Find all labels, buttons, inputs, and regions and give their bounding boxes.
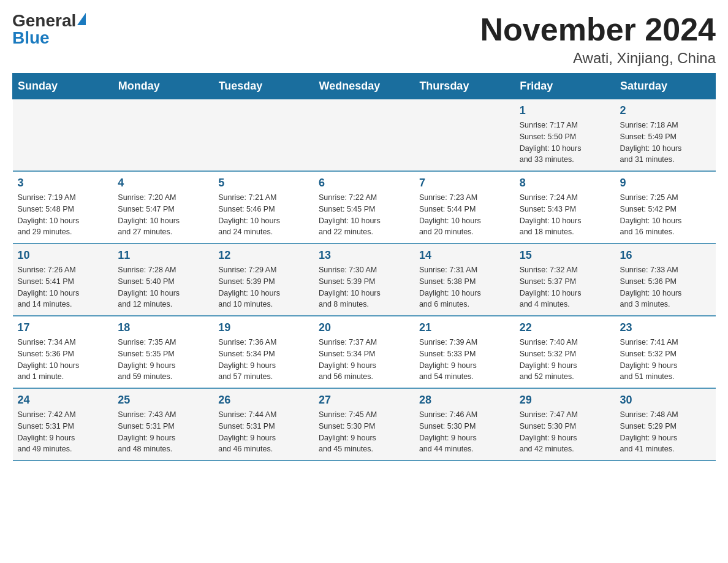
day-number: 30 <box>620 394 711 407</box>
calendar-cell-w5-d5: 28Sunrise: 7:46 AM Sunset: 5:30 PM Dayli… <box>414 388 515 461</box>
calendar-cell-w2-d7: 9Sunrise: 7:25 AM Sunset: 5:42 PM Daylig… <box>615 171 716 243</box>
day-number: 28 <box>419 394 510 407</box>
calendar-cell-w1-d4 <box>314 99 414 172</box>
calendar-cell-w2-d2: 4Sunrise: 7:20 AM Sunset: 5:47 PM Daylig… <box>113 171 213 243</box>
day-number: 12 <box>218 249 309 262</box>
day-number: 16 <box>620 249 711 262</box>
day-info: Sunrise: 7:48 AM Sunset: 5:29 PM Dayligh… <box>620 409 711 455</box>
calendar-cell-w3-d4: 13Sunrise: 7:30 AM Sunset: 5:39 PM Dayli… <box>314 243 414 316</box>
day-number: 17 <box>18 321 108 334</box>
day-info: Sunrise: 7:20 AM Sunset: 5:47 PM Dayligh… <box>118 192 208 238</box>
calendar-cell-w2-d4: 6Sunrise: 7:22 AM Sunset: 5:45 PM Daylig… <box>314 171 414 243</box>
calendar-cell-w1-d1 <box>13 99 113 172</box>
day-info: Sunrise: 7:28 AM Sunset: 5:40 PM Dayligh… <box>118 264 208 310</box>
calendar-cell-w4-d7: 23Sunrise: 7:41 AM Sunset: 5:32 PM Dayli… <box>615 316 716 388</box>
day-info: Sunrise: 7:37 AM Sunset: 5:34 PM Dayligh… <box>319 337 409 383</box>
day-info: Sunrise: 7:18 AM Sunset: 5:49 PM Dayligh… <box>620 120 711 166</box>
logo-general-text: General <box>12 12 86 29</box>
day-number: 13 <box>319 249 409 262</box>
day-info: Sunrise: 7:17 AM Sunset: 5:50 PM Dayligh… <box>520 120 610 166</box>
calendar-cell-w4-d3: 19Sunrise: 7:36 AM Sunset: 5:34 PM Dayli… <box>213 316 314 388</box>
calendar-cell-w5-d2: 25Sunrise: 7:43 AM Sunset: 5:31 PM Dayli… <box>113 388 213 461</box>
week-row-3: 10Sunrise: 7:26 AM Sunset: 5:41 PM Dayli… <box>13 243 716 316</box>
day-number: 3 <box>18 177 108 190</box>
day-info: Sunrise: 7:44 AM Sunset: 5:31 PM Dayligh… <box>218 409 309 455</box>
calendar-cell-w4-d2: 18Sunrise: 7:35 AM Sunset: 5:35 PM Dayli… <box>113 316 213 388</box>
day-info: Sunrise: 7:45 AM Sunset: 5:30 PM Dayligh… <box>319 409 409 455</box>
weekday-header-tuesday: Tuesday <box>213 74 314 99</box>
day-number: 9 <box>620 177 711 190</box>
calendar-cell-w4-d4: 20Sunrise: 7:37 AM Sunset: 5:34 PM Dayli… <box>314 316 414 388</box>
day-number: 15 <box>520 249 610 262</box>
day-info: Sunrise: 7:35 AM Sunset: 5:35 PM Dayligh… <box>118 337 208 383</box>
day-number: 25 <box>118 394 208 407</box>
calendar-cell-w3-d3: 12Sunrise: 7:29 AM Sunset: 5:39 PM Dayli… <box>213 243 314 316</box>
weekday-header-friday: Friday <box>515 74 615 99</box>
calendar-title: November 2024 <box>480 12 716 47</box>
calendar-cell-w5-d7: 30Sunrise: 7:48 AM Sunset: 5:29 PM Dayli… <box>615 388 716 461</box>
weekday-header-wednesday: Wednesday <box>314 74 414 99</box>
day-info: Sunrise: 7:43 AM Sunset: 5:31 PM Dayligh… <box>118 409 208 455</box>
day-info: Sunrise: 7:31 AM Sunset: 5:38 PM Dayligh… <box>419 264 510 310</box>
day-info: Sunrise: 7:21 AM Sunset: 5:46 PM Dayligh… <box>218 192 309 238</box>
logo: General Blue <box>12 12 86 47</box>
calendar-cell-w5-d4: 27Sunrise: 7:45 AM Sunset: 5:30 PM Dayli… <box>314 388 414 461</box>
calendar-subtitle: Awati, Xinjiang, China <box>480 50 716 67</box>
week-row-2: 3Sunrise: 7:19 AM Sunset: 5:48 PM Daylig… <box>13 171 716 243</box>
day-number: 7 <box>419 177 510 190</box>
calendar-cell-w3-d6: 15Sunrise: 7:32 AM Sunset: 5:37 PM Dayli… <box>515 243 615 316</box>
calendar-cell-w5-d3: 26Sunrise: 7:44 AM Sunset: 5:31 PM Dayli… <box>213 388 314 461</box>
day-number: 22 <box>520 321 610 334</box>
day-info: Sunrise: 7:47 AM Sunset: 5:30 PM Dayligh… <box>520 409 610 455</box>
general-label: General <box>12 11 76 30</box>
calendar-cell-w3-d2: 11Sunrise: 7:28 AM Sunset: 5:40 PM Dayli… <box>113 243 213 316</box>
day-info: Sunrise: 7:25 AM Sunset: 5:42 PM Dayligh… <box>620 192 711 238</box>
day-info: Sunrise: 7:41 AM Sunset: 5:32 PM Dayligh… <box>620 337 711 383</box>
calendar-cell-w3-d7: 16Sunrise: 7:33 AM Sunset: 5:36 PM Dayli… <box>615 243 716 316</box>
logo-triangle-icon <box>77 13 86 25</box>
weekday-header-saturday: Saturday <box>615 74 716 99</box>
day-info: Sunrise: 7:23 AM Sunset: 5:44 PM Dayligh… <box>419 192 510 238</box>
week-row-4: 17Sunrise: 7:34 AM Sunset: 5:36 PM Dayli… <box>13 316 716 388</box>
day-number: 4 <box>118 177 208 190</box>
week-row-5: 24Sunrise: 7:42 AM Sunset: 5:31 PM Dayli… <box>13 388 716 461</box>
day-number: 8 <box>520 177 610 190</box>
calendar-cell-w5-d6: 29Sunrise: 7:47 AM Sunset: 5:30 PM Dayli… <box>515 388 615 461</box>
day-number: 23 <box>620 321 711 334</box>
weekday-header-row: SundayMondayTuesdayWednesdayThursdayFrid… <box>13 74 716 99</box>
day-number: 6 <box>319 177 409 190</box>
day-info: Sunrise: 7:46 AM Sunset: 5:30 PM Dayligh… <box>419 409 510 455</box>
day-info: Sunrise: 7:30 AM Sunset: 5:39 PM Dayligh… <box>319 264 409 310</box>
day-info: Sunrise: 7:34 AM Sunset: 5:36 PM Dayligh… <box>18 337 108 383</box>
calendar-cell-w2-d6: 8Sunrise: 7:24 AM Sunset: 5:43 PM Daylig… <box>515 171 615 243</box>
calendar-cell-w1-d3 <box>213 99 314 172</box>
calendar-cell-w2-d1: 3Sunrise: 7:19 AM Sunset: 5:48 PM Daylig… <box>13 171 113 243</box>
weekday-header-sunday: Sunday <box>13 74 113 99</box>
day-number: 26 <box>218 394 309 407</box>
week-row-1: 1Sunrise: 7:17 AM Sunset: 5:50 PM Daylig… <box>13 99 716 172</box>
day-number: 18 <box>118 321 208 334</box>
day-info: Sunrise: 7:42 AM Sunset: 5:31 PM Dayligh… <box>18 409 108 455</box>
day-info: Sunrise: 7:36 AM Sunset: 5:34 PM Dayligh… <box>218 337 309 383</box>
day-info: Sunrise: 7:24 AM Sunset: 5:43 PM Dayligh… <box>520 192 610 238</box>
day-number: 5 <box>218 177 309 190</box>
calendar-cell-w1-d6: 1Sunrise: 7:17 AM Sunset: 5:50 PM Daylig… <box>515 99 615 172</box>
day-info: Sunrise: 7:40 AM Sunset: 5:32 PM Dayligh… <box>520 337 610 383</box>
calendar-cell-w1-d2 <box>113 99 213 172</box>
calendar-cell-w3-d1: 10Sunrise: 7:26 AM Sunset: 5:41 PM Dayli… <box>13 243 113 316</box>
calendar-cell-w2-d5: 7Sunrise: 7:23 AM Sunset: 5:44 PM Daylig… <box>414 171 515 243</box>
day-number: 29 <box>520 394 610 407</box>
day-number: 11 <box>118 249 208 262</box>
calendar-cell-w4-d5: 21Sunrise: 7:39 AM Sunset: 5:33 PM Dayli… <box>414 316 515 388</box>
calendar-cell-w4-d6: 22Sunrise: 7:40 AM Sunset: 5:32 PM Dayli… <box>515 316 615 388</box>
page-header: General Blue November 2024 Awati, Xinjia… <box>12 12 716 67</box>
day-number: 14 <box>419 249 510 262</box>
day-info: Sunrise: 7:39 AM Sunset: 5:33 PM Dayligh… <box>419 337 510 383</box>
day-info: Sunrise: 7:19 AM Sunset: 5:48 PM Dayligh… <box>18 192 108 238</box>
calendar-cell-w5-d1: 24Sunrise: 7:42 AM Sunset: 5:31 PM Dayli… <box>13 388 113 461</box>
calendar-cell-w3-d5: 14Sunrise: 7:31 AM Sunset: 5:38 PM Dayli… <box>414 243 515 316</box>
blue-label: Blue <box>12 29 50 47</box>
day-info: Sunrise: 7:26 AM Sunset: 5:41 PM Dayligh… <box>18 264 108 310</box>
day-number: 2 <box>620 104 711 117</box>
day-info: Sunrise: 7:32 AM Sunset: 5:37 PM Dayligh… <box>520 264 610 310</box>
